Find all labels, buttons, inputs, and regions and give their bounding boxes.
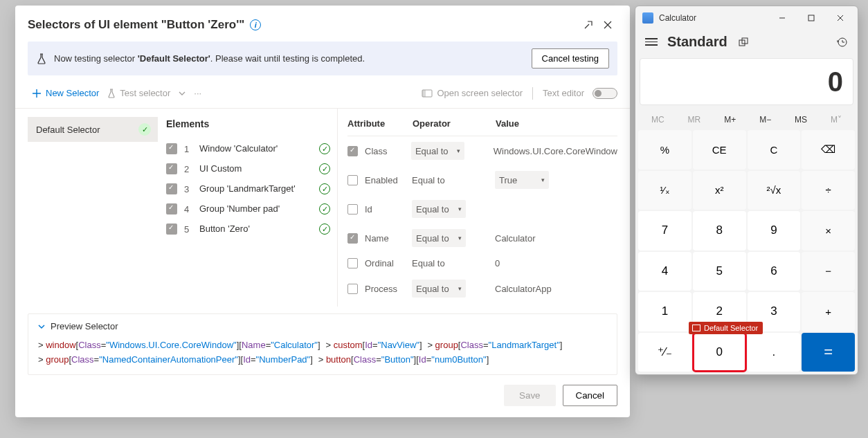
element-row[interactable]: 1 Window 'Calculator' ✓	[166, 139, 330, 159]
value-dropdown[interactable]: True▾	[495, 171, 549, 189]
close-icon[interactable]	[826, 8, 855, 28]
menu-icon[interactable]	[645, 36, 658, 48]
operator-dropdown[interactable]: Equal to▾	[412, 200, 466, 218]
target-icon	[692, 325, 700, 331]
calc-btn-÷[interactable]: ÷	[802, 171, 855, 210]
save-button[interactable]: Save	[504, 385, 555, 406]
calc-btn-4[interactable]: 4	[638, 252, 691, 291]
keep-on-top-icon[interactable]	[737, 36, 750, 48]
mem-mc[interactable]: MC	[647, 112, 669, 127]
calc-btn-+[interactable]: +	[802, 292, 855, 331]
check-icon: ✓	[319, 223, 330, 235]
close-icon[interactable]	[598, 15, 617, 35]
flask-icon	[36, 53, 47, 64]
attribute-row: OrdinalEqual to0	[347, 253, 617, 274]
calc-btn-CE[interactable]: CE	[693, 130, 746, 170]
calc-title: Calculator	[659, 13, 696, 23]
element-row[interactable]: 3 Group 'LandmarkTarget' ✓	[166, 179, 330, 199]
operator-dropdown[interactable]: Equal to▾	[412, 229, 466, 247]
cancel-button[interactable]: Cancel	[563, 385, 618, 406]
attr-checkbox[interactable]	[347, 284, 358, 294]
calc-btn-¹⁄ₓ[interactable]: ¹⁄ₓ	[638, 171, 691, 210]
open-screen-selector-button[interactable]: Open screen selector	[417, 85, 527, 101]
checkbox[interactable]	[166, 183, 177, 194]
calc-btn-backspace[interactable]: ⌫	[802, 130, 855, 170]
dialog-titlebar: Selectors of UI element "Button 'Zero'" …	[15, 6, 630, 42]
calc-btn-0[interactable]: 0	[693, 333, 746, 372]
element-num: 2	[184, 164, 192, 174]
checkbox[interactable]	[166, 203, 177, 215]
calc-btn-6[interactable]: 6	[748, 252, 801, 291]
element-num: 3	[184, 184, 192, 194]
cancel-testing-button[interactable]: Cancel testing	[532, 48, 609, 69]
check-icon: ✓	[319, 143, 330, 154]
calc-btn-.[interactable]: .	[748, 333, 801, 372]
checkbox[interactable]	[166, 163, 177, 174]
minimize-icon[interactable]	[768, 8, 797, 28]
attr-name: Id	[365, 204, 412, 215]
attr-name: Name	[365, 233, 412, 244]
calc-btn-%[interactable]: %	[638, 130, 691, 170]
element-row[interactable]: 5 Button 'Zero' ✓	[166, 219, 330, 239]
selectors-list: Default Selector ✓	[15, 109, 158, 307]
element-row[interactable]: 2 UI Custom ✓	[166, 159, 330, 179]
mem-mplus[interactable]: M+	[720, 112, 740, 127]
text-editor-toggle[interactable]	[593, 88, 617, 99]
operator-dropdown[interactable]: Equal to▾	[411, 142, 464, 160]
operator-dropdown[interactable]: Equal to▾	[412, 280, 466, 298]
attr-checkbox[interactable]	[347, 146, 358, 156]
toolbar: New Selector Test selector ··· Open scre…	[15, 81, 630, 109]
preview-toggle[interactable]: Preview Selector	[38, 321, 607, 331]
element-label: Group 'Number pad'	[199, 203, 312, 215]
calc-btn-8[interactable]: 8	[693, 211, 746, 250]
col-attribute: Attribute	[347, 118, 413, 129]
maximize-icon[interactable]	[797, 8, 826, 28]
calc-btn-²√x[interactable]: ²√x	[748, 171, 801, 210]
calc-btn-5[interactable]: 5	[693, 252, 746, 291]
preview-body: > window[Class="Windows.UI.Core.CoreWind…	[38, 338, 607, 367]
test-selector-button[interactable]: Test selector	[103, 85, 174, 101]
selector-highlight-tag: Default Selector	[689, 322, 763, 334]
attr-name: Ordinal	[365, 258, 412, 268]
history-icon[interactable]	[835, 36, 848, 48]
calc-btn-7[interactable]: 7	[638, 211, 691, 250]
dialog-title: Selectors of UI element "Button 'Zero'"	[28, 18, 244, 32]
element-row[interactable]: 4 Group 'Number pad' ✓	[166, 199, 330, 219]
mem-mminus[interactable]: M−	[755, 112, 775, 127]
calc-btn-×[interactable]: ×	[802, 211, 855, 250]
attr-name: Class	[365, 146, 411, 156]
checkbox[interactable]	[166, 223, 177, 235]
element-num: 1	[184, 144, 192, 154]
calc-btn-9[interactable]: 9	[748, 211, 801, 250]
info-icon[interactable]: i	[250, 19, 261, 30]
calc-btn-equals[interactable]: =	[802, 333, 855, 372]
calc-titlebar: Calculator	[635, 6, 858, 30]
calc-display: 0	[640, 58, 853, 105]
selectors-dialog: Selectors of UI element "Button 'Zero'" …	[15, 6, 630, 417]
attr-checkbox[interactable]	[347, 258, 358, 268]
operator-text: Equal to	[412, 258, 466, 268]
calc-btn-x²[interactable]: x²	[693, 171, 746, 210]
mem-mr[interactable]: MR	[684, 112, 705, 127]
selector-item-default[interactable]: Default Selector ✓	[28, 117, 158, 142]
calc-btn-C[interactable]: C	[748, 130, 801, 170]
attr-checkbox[interactable]	[347, 175, 358, 185]
value-text: 0	[495, 258, 500, 268]
text-editor-toggle-label: Text editor	[539, 85, 588, 101]
attr-checkbox[interactable]	[347, 233, 358, 244]
attr-checkbox[interactable]	[347, 204, 358, 215]
maximize-icon[interactable]	[579, 15, 598, 35]
value-text: Calculator	[495, 233, 536, 244]
selector-item-label: Default Selector	[36, 125, 100, 135]
elements-header: Elements	[166, 118, 330, 129]
new-selector-button[interactable]: New Selector	[28, 85, 103, 101]
test-selector-dropdown[interactable]	[174, 89, 190, 98]
checkbox[interactable]	[166, 143, 177, 154]
calc-btn-⁺⁄₋[interactable]: ⁺⁄₋	[638, 333, 691, 372]
calc-btn-1[interactable]: 1	[638, 292, 691, 331]
more-button[interactable]: ···	[190, 85, 206, 101]
calc-btn-−[interactable]: −	[802, 252, 855, 291]
mem-mv[interactable]: M˅	[826, 112, 846, 127]
element-label: Button 'Zero'	[199, 223, 312, 235]
mem-ms[interactable]: MS	[790, 112, 811, 127]
